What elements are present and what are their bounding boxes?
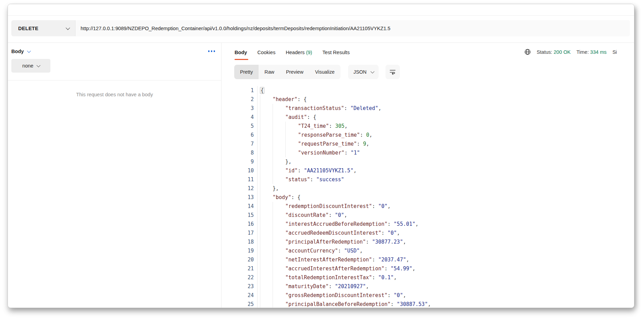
divider [8, 80, 221, 81]
empty-body-message: This request does not have a body [8, 92, 221, 97]
indent-guide [260, 220, 273, 229]
indent-guide [273, 229, 285, 237]
line-number: 10 [222, 166, 258, 175]
view-mode-switcher: Pretty Raw Preview Visualize [234, 65, 341, 79]
indent-guide [260, 95, 273, 104]
indent-guide [273, 246, 285, 255]
code-line: 13"body": { [222, 193, 634, 202]
status-label: Status: [537, 49, 552, 55]
indent-guide [285, 148, 298, 157]
more-actions-icon[interactable] [208, 50, 215, 52]
status-indicator: Status: 200 OK [537, 49, 571, 55]
code-line: 20"netInterestAfterRedemption": "2037.47… [222, 255, 634, 264]
chevron-down-icon [371, 70, 374, 73]
code-line: 9}, [222, 157, 634, 166]
code-line: 2"header": { [222, 95, 634, 104]
line-number: 14 [222, 202, 258, 211]
body-section-dropdown[interactable]: Body [11, 49, 30, 54]
language-label: JSON [354, 69, 367, 75]
language-selector[interactable]: JSON [348, 65, 379, 79]
line-number: 9 [222, 157, 258, 166]
chevron-down-icon [66, 26, 70, 30]
response-body-code: 1{2"header": {3"transactionStatus": "Del… [222, 84, 634, 308]
indent-guide [273, 291, 285, 300]
indent-guide [273, 122, 285, 131]
indent-guide [260, 104, 273, 113]
indent-guide [273, 211, 285, 220]
indent-guide [273, 202, 285, 211]
body-type-label: none [22, 63, 33, 69]
line-number: 3 [222, 104, 258, 113]
indent-guide [260, 237, 273, 246]
code-line: 25"principalBalanceBeforeRedemption": "3… [222, 300, 634, 308]
indent-guide [273, 273, 285, 282]
response-view-toolbar: Pretty Raw Preview Visualize JSON [234, 65, 400, 79]
indent-guide [260, 246, 273, 255]
wrap-lines-icon [389, 69, 396, 75]
response-panel: Body Cookies Headers(9) Test Results [222, 43, 634, 308]
indent-guide [273, 237, 285, 246]
line-number: 12 [222, 184, 258, 193]
indent-guide [260, 193, 273, 202]
tab-cookies[interactable]: Cookies [257, 50, 275, 60]
line-number: 4 [222, 113, 258, 122]
line-number: 16 [222, 220, 258, 229]
indent-guide [273, 264, 285, 273]
tab-headers[interactable]: Headers(9) [286, 50, 312, 60]
indent-guide [273, 300, 285, 308]
wrap-lines-button[interactable] [385, 65, 400, 79]
indent-guide [260, 166, 273, 175]
tab-body[interactable]: Body [235, 50, 247, 60]
line-number: 13 [222, 193, 258, 202]
indent-guide [260, 273, 273, 282]
code-line: 7"requestParse_time": 9, [222, 139, 634, 148]
line-number: 17 [222, 229, 258, 237]
code-line: 18"principalAfterRedemption": "30877.23"… [222, 237, 634, 246]
active-tab-underline [235, 59, 248, 60]
indent-guide [260, 229, 273, 237]
code-line: 14"redemptionDiscountInterest": "0", [222, 202, 634, 211]
body-type-selector[interactable]: none [11, 59, 50, 73]
indent-guide [273, 166, 285, 175]
code-line: 24"grossRedemptionDiscountInterest": "0"… [222, 291, 634, 300]
indent-guide [273, 255, 285, 264]
url-text: http://127.0.0.1:9089/NZDEPO_Redemption_… [81, 26, 390, 31]
indent-guide [260, 122, 273, 131]
url-input[interactable]: http://127.0.0.1:9089/NZDEPO_Redemption_… [75, 20, 630, 36]
code-line: 21"accruedInterestAfterRedemption": "54.… [222, 264, 634, 273]
line-number: 20 [222, 255, 258, 264]
indent-guide [260, 139, 273, 148]
code-line: 10"id": "AA21105VYKZ1.5", [222, 166, 634, 175]
screenshot-root: { "request": { "method": "DELETE", "url"… [0, 0, 644, 320]
line-number: 23 [222, 282, 258, 291]
method-selector[interactable]: DELETE [11, 20, 75, 36]
line-number: 25 [222, 300, 258, 308]
indent-guide [260, 157, 273, 166]
code-line: 1{ [222, 86, 634, 95]
code-line: 17"accruedRedeemDiscountInterest": "0", [222, 229, 634, 237]
indent-guide [273, 113, 285, 122]
code-line: 15"discountRate": "0", [222, 211, 634, 220]
edge-fade [620, 43, 634, 64]
tab-test-results[interactable]: Test Results [322, 50, 349, 60]
view-raw[interactable]: Raw [259, 65, 280, 79]
line-number: 5 [222, 122, 258, 131]
indent-guide [273, 148, 285, 157]
top-strip [8, 4, 634, 16]
chevron-down-icon [37, 63, 40, 67]
code-line: 6"responseParse_time": 0, [222, 131, 634, 139]
view-preview[interactable]: Preview [280, 65, 309, 79]
code-line: 11"status": "success" [222, 175, 634, 184]
line-number: 18 [222, 237, 258, 246]
globe-icon[interactable] [524, 49, 531, 55]
indent-guide [260, 291, 273, 300]
status-value: 200 OK [554, 49, 571, 55]
indent-guide [273, 131, 285, 139]
chevron-down-icon [27, 49, 31, 53]
indent-guide [273, 175, 285, 184]
view-visualize[interactable]: Visualize [309, 65, 341, 79]
indent-guide [260, 184, 273, 193]
view-pretty[interactable]: Pretty [234, 65, 259, 79]
headers-count: (9) [306, 50, 312, 55]
line-number: 22 [222, 273, 258, 282]
